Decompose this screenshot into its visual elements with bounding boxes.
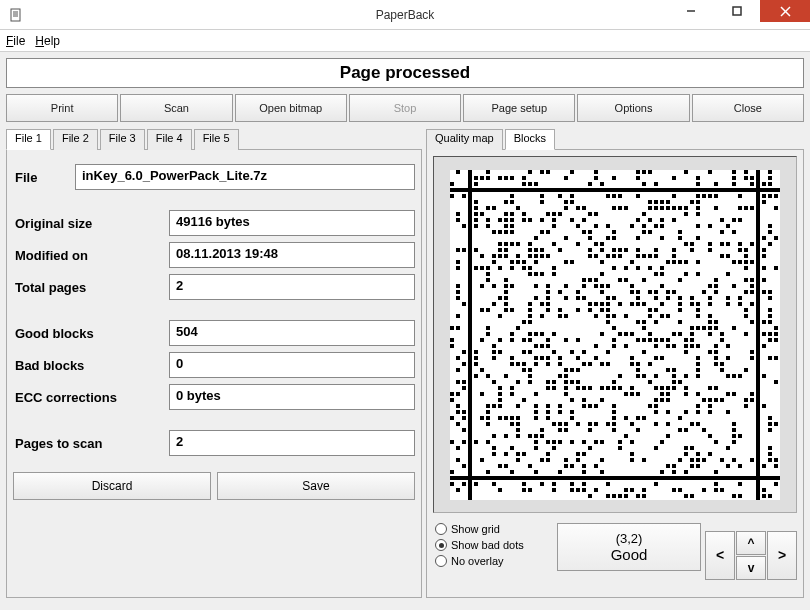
print-button[interactable]: Print <box>6 94 118 122</box>
discard-button[interactable]: Discard <box>13 472 211 500</box>
svg-rect-263 <box>612 254 616 258</box>
scan-button[interactable]: Scan <box>120 94 232 122</box>
svg-rect-917 <box>654 482 658 486</box>
svg-rect-590 <box>600 362 604 366</box>
svg-rect-947 <box>690 494 694 498</box>
svg-rect-650 <box>552 386 556 390</box>
svg-rect-35 <box>594 176 598 180</box>
svg-rect-457 <box>522 320 526 324</box>
svg-rect-331 <box>624 278 628 282</box>
svg-rect-180 <box>708 224 712 228</box>
open-bitmap-button[interactable]: Open bitmap <box>235 94 347 122</box>
svg-rect-580 <box>462 362 466 366</box>
svg-rect-61 <box>486 188 490 192</box>
svg-rect-931 <box>630 488 634 492</box>
svg-rect-348 <box>594 284 598 288</box>
svg-rect-412 <box>678 302 682 306</box>
close-app-button[interactable]: Close <box>692 94 804 122</box>
tab-file2[interactable]: File 2 <box>53 129 98 150</box>
tab-blocks[interactable]: Blocks <box>505 129 555 150</box>
svg-rect-0 <box>11 9 20 21</box>
svg-rect-318 <box>600 272 604 276</box>
svg-rect-743 <box>546 416 550 420</box>
svg-rect-166 <box>462 224 466 228</box>
svg-rect-625 <box>696 374 700 378</box>
maximize-button[interactable] <box>714 0 760 22</box>
options-button[interactable]: Options <box>577 94 689 122</box>
svg-rect-278 <box>516 260 520 264</box>
svg-rect-197 <box>720 230 724 234</box>
page-setup-button[interactable]: Page setup <box>463 94 575 122</box>
svg-rect-834 <box>582 452 586 456</box>
svg-rect-478 <box>702 326 706 330</box>
tab-file5[interactable]: File 5 <box>194 129 239 150</box>
svg-rect-223 <box>708 242 712 246</box>
svg-rect-611 <box>744 368 748 372</box>
svg-rect-42 <box>750 176 754 180</box>
svg-rect-434 <box>696 308 700 312</box>
svg-rect-752 <box>486 422 490 426</box>
svg-rect-122 <box>672 206 676 210</box>
svg-rect-641 <box>612 380 616 384</box>
radio-no-overlay[interactable]: No overlay <box>435 555 551 567</box>
bad-blocks-value: 0 <box>169 352 415 378</box>
svg-rect-493 <box>630 332 634 336</box>
menu-file[interactable]: File <box>6 34 25 48</box>
svg-rect-946 <box>684 494 688 498</box>
svg-rect-82 <box>606 194 610 198</box>
svg-rect-279 <box>522 260 526 264</box>
svg-rect-733 <box>450 416 454 420</box>
nav-up-button[interactable]: ^ <box>736 531 766 555</box>
block-visualization[interactable] <box>433 156 797 513</box>
svg-rect-455 <box>756 314 760 318</box>
svg-rect-419 <box>756 302 760 306</box>
svg-rect-556 <box>684 350 688 354</box>
svg-rect-206 <box>636 236 640 240</box>
minimize-button[interactable] <box>668 0 714 22</box>
svg-rect-832 <box>546 452 550 456</box>
tab-file4[interactable]: File 4 <box>147 129 192 150</box>
tab-file3[interactable]: File 3 <box>100 129 145 150</box>
svg-rect-418 <box>750 302 754 306</box>
svg-rect-935 <box>702 488 706 492</box>
svg-rect-60 <box>468 188 472 192</box>
svg-rect-853 <box>702 458 706 462</box>
menu-help[interactable]: Help <box>35 34 60 48</box>
svg-rect-892 <box>564 476 568 480</box>
svg-rect-921 <box>456 488 460 492</box>
svg-rect-225 <box>726 242 730 246</box>
tab-file1[interactable]: File 1 <box>6 129 51 150</box>
svg-rect-320 <box>660 272 664 276</box>
svg-rect-836 <box>684 452 688 456</box>
radio-show-grid[interactable]: Show grid <box>435 523 551 535</box>
radio-show-bad-dots[interactable]: Show bad dots <box>435 539 551 551</box>
svg-rect-678 <box>666 392 670 396</box>
svg-rect-518 <box>654 338 658 342</box>
nav-down-button[interactable]: v <box>736 556 766 580</box>
svg-rect-565 <box>534 356 538 360</box>
svg-rect-359 <box>504 290 508 294</box>
svg-rect-772 <box>516 428 520 432</box>
svg-rect-416 <box>726 302 730 306</box>
close-button[interactable] <box>760 0 810 22</box>
svg-rect-809 <box>618 440 622 444</box>
svg-rect-714 <box>654 404 658 408</box>
svg-rect-102 <box>654 200 658 204</box>
svg-rect-446 <box>606 314 610 318</box>
svg-rect-139 <box>552 212 556 216</box>
svg-rect-276 <box>492 260 496 264</box>
svg-rect-336 <box>750 278 754 282</box>
svg-rect-352 <box>660 284 664 288</box>
tab-quality-map[interactable]: Quality map <box>426 129 503 150</box>
svg-rect-480 <box>714 326 718 330</box>
nav-right-button[interactable]: > <box>767 531 797 580</box>
svg-rect-67 <box>564 188 568 192</box>
svg-rect-503 <box>768 332 772 336</box>
svg-rect-182 <box>756 224 760 228</box>
svg-rect-305 <box>624 266 628 270</box>
nav-left-button[interactable]: < <box>705 531 735 580</box>
svg-rect-97 <box>510 200 514 204</box>
save-button[interactable]: Save <box>217 472 415 500</box>
svg-rect-658 <box>618 386 622 390</box>
svg-rect-941 <box>612 494 616 498</box>
